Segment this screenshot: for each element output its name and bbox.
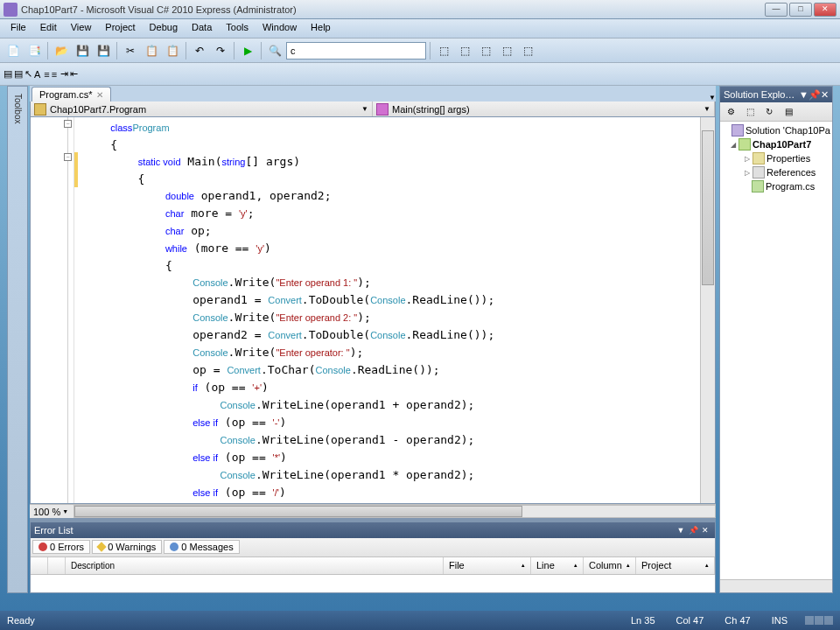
expand-icon[interactable]: ▷ — [743, 169, 751, 177]
editor-footer: 100 % ▼ — [30, 504, 716, 518]
view-code-button[interactable]: ▤ — [780, 104, 797, 120]
method-name: Main(string[] args) — [392, 104, 470, 115]
dropdown-arrow-icon: ▼ — [704, 105, 710, 113]
pin-icon[interactable]: 📌 — [808, 89, 821, 101]
col-project[interactable]: Project▴ — [636, 557, 715, 574]
tree-properties[interactable]: ▷ Properties — [722, 151, 830, 165]
code-gutter: − − — [31, 117, 74, 503]
menu-help[interactable]: Help — [304, 19, 338, 38]
solution-tree[interactable]: Solution 'Chap10Pa ◢ Chap10Part7 ▷ Prope… — [720, 122, 832, 579]
toggle-button-4[interactable]: A — [34, 69, 40, 80]
outline-collapse-icon[interactable]: − — [64, 120, 72, 128]
menu-file[interactable]: File — [4, 19, 33, 38]
tab-close-icon[interactable]: ✕ — [96, 90, 103, 100]
scroll-thumb[interactable] — [74, 506, 522, 517]
status-line: Ln 35 — [631, 615, 655, 626]
refresh-button[interactable]: ↻ — [760, 104, 778, 120]
tool-3[interactable]: ⬚ — [476, 41, 495, 60]
warnings-filter[interactable]: 0 Warnings — [92, 540, 162, 554]
toolbox-panel-tab[interactable]: Toolbox — [7, 86, 28, 593]
menu-window[interactable]: Window — [256, 19, 304, 38]
scroll-thumb[interactable] — [702, 130, 714, 284]
errors-filter[interactable]: 0 Errors — [32, 540, 90, 554]
zoom-level[interactable]: 100 % ▼ — [30, 507, 74, 517]
tree-program-cs[interactable]: Program.cs — [722, 179, 830, 193]
error-list-titlebar: Error List ▼ 📌 ✕ — [31, 522, 715, 538]
save-button[interactable]: 💾 — [73, 41, 92, 60]
resize-grip-icon — [805, 616, 833, 625]
panel-dropdown-icon[interactable]: ▼ — [675, 526, 687, 535]
col-column[interactable]: Column▴ — [584, 557, 636, 574]
panel-close-icon[interactable]: ✕ — [699, 526, 711, 535]
solexp-toolbar: ⚙ ⬚ ↻ ▤ — [720, 102, 832, 122]
status-ch: Ch 47 — [724, 615, 750, 626]
status-ins: INS — [772, 615, 788, 626]
toggle-button-2[interactable]: ▤ — [14, 68, 23, 80]
cut-button[interactable]: ✂ — [121, 41, 140, 60]
minimize-button[interactable]: — — [765, 3, 788, 17]
pin-icon[interactable]: 📌 — [687, 526, 699, 535]
col-num[interactable] — [48, 557, 66, 574]
open-button[interactable]: 📂 — [52, 41, 71, 60]
close-button[interactable]: ✕ — [814, 3, 836, 17]
uncomment-button[interactable]: ≡ — [52, 69, 57, 80]
start-debug-button[interactable]: ▶ — [238, 41, 257, 60]
method-dropdown[interactable]: Main(string[] args) ▼ — [373, 102, 715, 116]
app-icon — [4, 3, 18, 17]
tree-solution[interactable]: Solution 'Chap10Pa — [722, 123, 830, 137]
panel-dropdown-icon[interactable]: ▼ — [799, 89, 808, 100]
properties-button[interactable]: ⚙ — [722, 104, 739, 120]
solution-explorer: Solution Explo… ▼ 📌 ✕ ⚙ ⬚ ↻ ▤ Solution '… — [719, 86, 833, 593]
solexp-scrollbar[interactable] — [720, 579, 832, 592]
tool-4[interactable]: ⬚ — [497, 41, 516, 60]
undo-button[interactable]: ↶ — [190, 41, 209, 60]
menu-data[interactable]: Data — [185, 19, 219, 38]
col-description[interactable]: Description — [66, 557, 444, 574]
code-text[interactable]: classProgram { static void Main(string[]… — [78, 117, 700, 503]
display-object-button[interactable]: ▤ — [4, 68, 12, 80]
tool-2[interactable]: ⬚ — [455, 41, 474, 60]
find-combo[interactable]: c — [286, 42, 426, 60]
outline-collapse-icon[interactable]: − — [64, 153, 72, 161]
tab-program-cs[interactable]: Program.cs* ✕ — [32, 87, 111, 102]
redo-button[interactable]: ↷ — [211, 41, 230, 60]
menu-bar: File Edit View Project Debug Data Tools … — [0, 19, 840, 38]
col-icon[interactable] — [31, 557, 48, 574]
collapse-icon[interactable]: ◢ — [729, 141, 737, 149]
menu-view[interactable]: View — [64, 19, 99, 38]
tree-project[interactable]: ◢ Chap10Part7 — [722, 137, 830, 151]
maximize-button[interactable]: □ — [789, 3, 812, 17]
menu-project[interactable]: Project — [98, 19, 142, 38]
error-list-headers: Description File▴ Line▴ Column▴ Project▴ — [31, 557, 715, 575]
code-editor[interactable]: − − classProgram { static void Main(stri… — [30, 117, 716, 504]
messages-filter[interactable]: 0 Messages — [164, 540, 239, 554]
outdent-button[interactable]: ⇤ — [70, 68, 78, 80]
save-all-button[interactable]: 💾 — [94, 41, 113, 60]
copy-button[interactable]: 📋 — [142, 41, 161, 60]
window-title: Chap10Part7 - Microsoft Visual C# 2010 E… — [21, 4, 765, 15]
tab-dropdown-icon[interactable]: ▼ — [709, 94, 716, 102]
toggle-button-3[interactable]: ↖ — [24, 68, 32, 80]
vertical-scrollbar[interactable] — [700, 117, 715, 503]
panel-close-icon[interactable]: ✕ — [821, 89, 829, 101]
comment-button[interactable]: ≡ — [44, 69, 49, 80]
find-button[interactable]: 🔍 — [265, 41, 284, 60]
tree-references[interactable]: ▷ References — [722, 165, 830, 179]
class-dropdown[interactable]: Chap10Part7.Program ▼ — [31, 102, 373, 116]
show-all-button[interactable]: ⬚ — [741, 104, 759, 120]
menu-debug[interactable]: Debug — [143, 19, 185, 38]
solexp-title: Solution Explo… — [724, 89, 794, 100]
new-project-button[interactable]: 📄 — [4, 41, 23, 60]
indent-button[interactable]: ⇥ — [60, 68, 68, 80]
paste-button[interactable]: 📋 — [163, 41, 182, 60]
menu-edit[interactable]: Edit — [33, 19, 64, 38]
expand-icon[interactable]: ▷ — [743, 155, 751, 163]
menu-tools[interactable]: Tools — [219, 19, 256, 38]
add-item-button[interactable]: 📑 — [24, 41, 44, 60]
horizontal-scrollbar[interactable] — [74, 505, 716, 518]
col-line[interactable]: Line▴ — [531, 557, 584, 574]
tool-5[interactable]: ⬚ — [518, 41, 537, 60]
tool-1[interactable]: ⬚ — [434, 41, 453, 60]
toolbox-label: Toolbox — [13, 94, 23, 123]
col-file[interactable]: File▴ — [444, 557, 531, 574]
